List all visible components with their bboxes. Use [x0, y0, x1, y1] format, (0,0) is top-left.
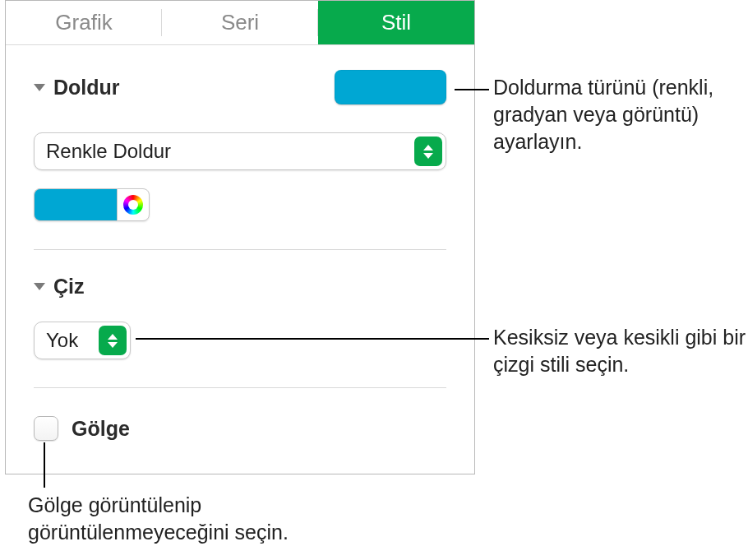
popup-stepper-icon: [99, 326, 127, 355]
tab-seri[interactable]: Seri: [162, 1, 318, 44]
callout-fill: Doldurma türünü (renkli, gradyan veya gö…: [493, 74, 740, 155]
stroke-section: Çiz Yok: [6, 275, 474, 359]
divider: [34, 387, 446, 388]
fill-header-row: Doldur: [34, 70, 446, 104]
callout-line: [136, 338, 489, 340]
tab-stil[interactable]: Stil: [318, 1, 474, 44]
fill-color-swatch[interactable]: [34, 188, 117, 221]
stroke-style-value: Yok: [46, 329, 78, 352]
fill-type-popup[interactable]: Renkle Doldur: [34, 132, 446, 170]
callout-line: [44, 442, 45, 488]
shadow-checkbox[interactable]: [34, 416, 58, 441]
shadow-label: Gölge: [72, 417, 130, 441]
stroke-header[interactable]: Çiz: [34, 275, 446, 299]
fill-section: Doldur Renkle Doldur: [6, 70, 474, 221]
stroke-header-label: Çiz: [53, 275, 85, 299]
tab-stil-label: Stil: [381, 10, 411, 35]
tab-grafik-label: Grafik: [55, 10, 112, 35]
popup-stepper-icon: [414, 137, 442, 166]
divider: [34, 249, 446, 250]
callout-line: [455, 89, 489, 90]
disclosure-icon: [34, 283, 45, 290]
shadow-row: Gölge: [6, 416, 474, 441]
disclosure-icon: [34, 84, 45, 91]
fill-header[interactable]: Doldur: [34, 76, 120, 100]
callout-shadow: Gölge görüntülenip görüntülenmeyeceğini …: [28, 492, 357, 546]
fill-header-label: Doldur: [53, 76, 120, 100]
fill-color-well[interactable]: [335, 70, 446, 104]
color-picker-button[interactable]: [117, 188, 150, 221]
tab-bar: Grafik Seri Stil: [6, 1, 474, 45]
format-sidebar: Grafik Seri Stil Doldur Renkle Doldur: [5, 0, 475, 474]
stroke-style-popup[interactable]: Yok: [34, 322, 131, 359]
callout-stroke: Kesiksiz veya kesikli gibi bir çizgi sti…: [493, 324, 748, 378]
tab-grafik[interactable]: Grafik: [6, 1, 162, 44]
color-wheel-icon: [123, 195, 143, 215]
tab-seri-label: Seri: [221, 10, 259, 35]
fill-type-value: Renkle Doldur: [46, 140, 171, 163]
fill-color-row: [34, 188, 446, 221]
